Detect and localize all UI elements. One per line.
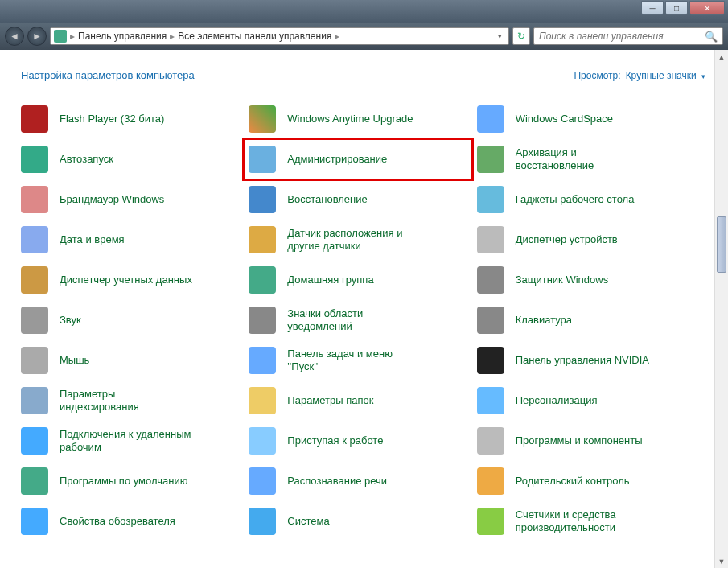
- refresh-button[interactable]: ↻: [512, 27, 530, 45]
- item-icon: [249, 146, 276, 173]
- item-icon: [21, 307, 48, 334]
- control-panel-item[interactable]: Дата и время: [16, 220, 244, 260]
- item-icon: [477, 146, 504, 173]
- item-label: Подключения к удаленным рабочим: [60, 428, 196, 455]
- search-icon[interactable]: 🔍: [705, 31, 718, 43]
- control-panel-item[interactable]: Windows CardSpace: [472, 99, 700, 139]
- control-panel-item[interactable]: Восстановление: [244, 179, 471, 220]
- back-button[interactable]: ◄: [5, 27, 24, 46]
- scroll-up-button[interactable]: ▲: [715, 50, 728, 64]
- item-label: Панель задач и меню ''Пуск'': [287, 348, 424, 374]
- item-icon: [21, 387, 48, 414]
- control-panel-item[interactable]: Программы по умолчанию: [16, 461, 244, 501]
- control-panel-item[interactable]: Панель задач и меню ''Пуск'': [244, 340, 471, 381]
- content-pane: Настройка параметров компьютера Просмотр…: [0, 50, 728, 568]
- control-panel-item[interactable]: Гаджеты рабочего стола: [472, 179, 700, 220]
- address-dropdown-icon[interactable]: ▾: [495, 32, 505, 40]
- item-label: Диспетчер устройств: [516, 233, 618, 246]
- control-panel-item[interactable]: Программы и компоненты: [472, 421, 700, 461]
- breadcrumb-seg-2[interactable]: Все элементы панели управления: [175, 31, 335, 42]
- item-icon: [477, 508, 504, 535]
- items-grid: Flash Player (32 бита)Windows Anytime Up…: [0, 93, 714, 541]
- item-icon: [249, 427, 276, 455]
- control-panel-item[interactable]: Диспетчер учетных данных: [16, 260, 244, 300]
- window-controls: ─ □ ✕: [641, 1, 725, 15]
- item-label: Параметры индексирования: [60, 388, 196, 414]
- item-label: Диспетчер учетных данных: [60, 274, 192, 286]
- control-panel-item[interactable]: Параметры индексирования: [16, 381, 244, 421]
- search-box[interactable]: 🔍: [533, 27, 723, 45]
- control-panel-item[interactable]: Датчик расположения и другие датчики: [244, 220, 471, 260]
- control-panel-item[interactable]: Подключения к удаленным рабочим: [16, 421, 244, 461]
- control-panel-item[interactable]: Свойства обозревателя: [16, 501, 244, 541]
- item-icon: [21, 105, 48, 133]
- control-panel-item[interactable]: Архивация и восстановление: [472, 139, 700, 179]
- control-panel-item[interactable]: Flash Player (32 бита): [16, 99, 244, 139]
- item-label: Программы и компоненты: [516, 434, 643, 447]
- item-icon: [21, 226, 48, 253]
- control-panel-item[interactable]: Диспетчер устройств: [472, 220, 700, 260]
- control-panel-item[interactable]: Персонализация: [472, 381, 700, 421]
- item-label: Значки области уведомлений: [287, 307, 424, 334]
- forward-button[interactable]: ►: [27, 27, 47, 46]
- header-row: Настройка параметров компьютера Просмотр…: [0, 50, 728, 93]
- control-panel-item[interactable]: Приступая к работе: [244, 421, 471, 461]
- view-mode-value: Крупные значки: [626, 70, 697, 81]
- item-label: Звук: [60, 314, 81, 327]
- scroll-thumb[interactable]: [717, 216, 726, 273]
- titlebar: ─ □ ✕: [0, 0, 728, 23]
- search-input[interactable]: [539, 31, 705, 42]
- item-icon: [477, 105, 504, 133]
- item-label: Система: [287, 515, 329, 528]
- control-panel-item[interactable]: Автозапуск: [16, 139, 244, 179]
- control-panel-item[interactable]: Параметры папок: [244, 381, 471, 421]
- item-icon: [21, 146, 48, 173]
- item-icon: [477, 186, 504, 213]
- control-panel-item[interactable]: Мышь: [16, 340, 244, 381]
- item-icon: [477, 226, 504, 253]
- item-label: Администрирование: [287, 153, 387, 166]
- item-icon: [21, 186, 48, 213]
- item-icon: [477, 307, 504, 334]
- item-label: Приступая к работе: [287, 434, 383, 447]
- breadcrumb-sep: ▸: [335, 31, 339, 42]
- control-panel-item[interactable]: Панель управления NVIDIA: [472, 340, 700, 381]
- item-icon: [249, 508, 276, 535]
- item-label: Защитник Windows: [516, 274, 608, 286]
- scroll-down-button[interactable]: ▼: [715, 554, 728, 568]
- control-panel-item[interactable]: Значки области уведомлений: [244, 300, 471, 340]
- item-label: Счетчики и средства производительности: [516, 508, 652, 535]
- view-label: Просмотр:: [574, 70, 620, 81]
- item-icon: [477, 387, 504, 414]
- maximize-button[interactable]: □: [665, 1, 688, 15]
- control-panel-item[interactable]: Домашняя группа: [244, 260, 471, 300]
- minimize-button[interactable]: ─: [641, 1, 664, 15]
- close-button[interactable]: ✕: [689, 1, 725, 15]
- control-panel-item[interactable]: Звук: [16, 300, 244, 340]
- control-panel-item[interactable]: Брандмауэр Windows: [16, 179, 244, 220]
- item-label: Мышь: [60, 354, 89, 367]
- item-icon: [477, 427, 504, 455]
- item-label: Дата и время: [60, 233, 125, 246]
- control-panel-item[interactable]: Администрирование: [244, 139, 471, 179]
- control-panel-item[interactable]: Распознавание речи: [244, 461, 471, 501]
- scroll-track[interactable]: [715, 64, 728, 554]
- item-icon: [21, 266, 48, 294]
- item-icon: [249, 387, 276, 414]
- item-icon: [249, 266, 276, 294]
- item-label: Гаджеты рабочего стола: [516, 193, 635, 206]
- control-panel-item[interactable]: Родительский контроль: [472, 461, 700, 501]
- item-label: Windows Anytime Upgrade: [287, 113, 413, 126]
- address-bar[interactable]: ▸ Панель управления ▸ Все элементы панел…: [50, 27, 509, 45]
- view-mode-dropdown[interactable]: Крупные значки ▾: [626, 70, 705, 81]
- control-panel-item[interactable]: Клавиатура: [472, 300, 700, 340]
- item-label: Панель управления NVIDIA: [516, 354, 649, 367]
- control-panel-item[interactable]: Счетчики и средства производительности: [472, 501, 700, 541]
- item-label: Датчик расположения и другие датчики: [287, 227, 424, 253]
- control-panel-item[interactable]: Windows Anytime Upgrade: [244, 99, 471, 139]
- item-icon: [477, 467, 504, 495]
- breadcrumb-seg-1[interactable]: Панель управления: [75, 31, 170, 42]
- control-panel-item[interactable]: Защитник Windows: [472, 260, 700, 300]
- control-panel-item[interactable]: Система: [244, 501, 471, 541]
- scrollbar[interactable]: ▲ ▼: [714, 50, 728, 568]
